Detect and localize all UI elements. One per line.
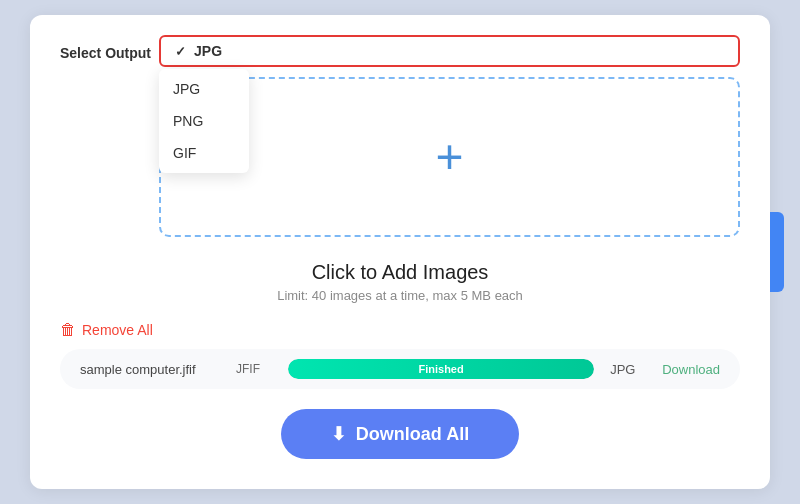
checkmark-icon: ✓ [175,44,186,59]
selected-format: JPG [194,43,222,59]
input-format-badge: JFIF [236,362,272,376]
trash-icon: 🗑 [60,321,76,339]
remove-all-button[interactable]: Remove All [82,322,153,338]
progress-bar-wrapper: Finished [288,359,594,379]
file-name: sample computer.jfif [80,362,220,377]
limit-text: Limit: 40 images at a time, max 5 MB eac… [60,288,740,303]
content-area: Select Output ✓ JPG JPG PNG GIF [60,35,740,459]
top-section: Select Output ✓ JPG JPG PNG GIF [60,35,740,237]
select-output-label: Select Output [60,35,151,61]
download-all-label: Download All [356,424,469,445]
format-dropdown-wrapper: ✓ JPG JPG PNG GIF [159,35,740,67]
download-all-icon: ⬇ [331,423,346,445]
download-all-button[interactable]: ⬇ Download All [281,409,519,459]
main-container: Select Output ✓ JPG JPG PNG GIF [30,15,770,489]
remove-all-row: 🗑 Remove All [60,321,740,339]
right-content: ✓ JPG JPG PNG GIF + [159,35,740,237]
download-link[interactable]: Download [662,362,720,377]
dropdown-item-jpg[interactable]: JPG [159,73,249,105]
progress-bar-fill: Finished [288,359,594,379]
format-dropdown-menu: JPG PNG GIF [159,69,249,173]
upload-text-section: Click to Add Images Limit: 40 images at … [60,247,740,303]
blue-accent-bar [770,212,784,292]
click-to-add-text: Click to Add Images [60,261,740,284]
file-row: sample computer.jfif JFIF Finished JPG D… [60,349,740,389]
upload-plus-icon: + [435,133,463,181]
dropdown-item-gif[interactable]: GIF [159,137,249,169]
format-dropdown-trigger[interactable]: ✓ JPG [159,35,740,67]
dropdown-item-png[interactable]: PNG [159,105,249,137]
download-all-wrapper: ⬇ Download All [60,409,740,459]
output-format-label: JPG [610,362,646,377]
progress-label: Finished [418,363,463,375]
